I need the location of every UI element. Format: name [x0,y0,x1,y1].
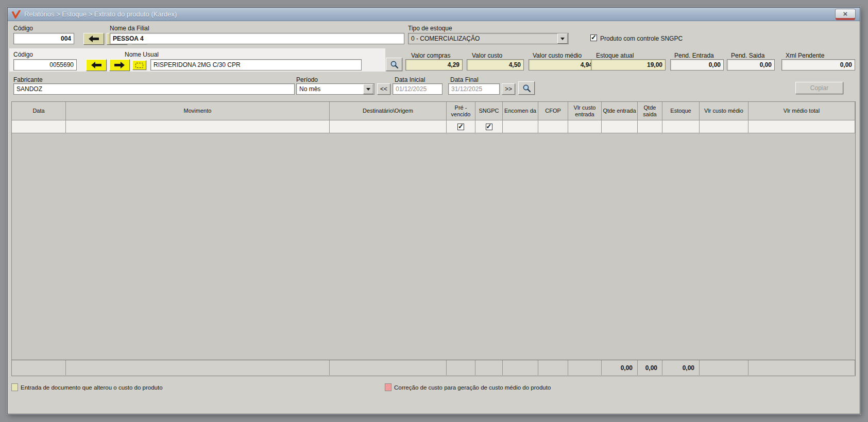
produto-next-button[interactable] [109,59,130,71]
legend-item-correcao: Correção de custo para geração de custo … [385,383,551,391]
pend-entrada-field[interactable] [670,59,724,71]
search-icon [522,84,531,93]
total-cell-movimento [66,360,330,375]
filter-cell-vlr-medio-total [748,120,855,133]
valor-compras-label: Valor compras [411,52,450,59]
valor-compras-field[interactable] [405,59,463,71]
periodo-select[interactable]: No mês [296,83,375,95]
kardex-window: Relatórios > Estoque > Extrato do produt… [7,7,860,414]
data-final-input[interactable] [448,83,500,95]
column-header-qtde-saida[interactable]: Qtde saida [638,102,662,120]
filter-cell-qtde-entrada [602,120,638,133]
produto-search-button[interactable] [386,58,402,71]
column-header-destinatario-origem[interactable]: Destinatário\Origem [330,102,447,120]
filial-codigo-input[interactable] [13,33,74,44]
legend-cream-swatch [11,383,18,391]
column-header-qtde-entrada[interactable]: Qtde entrada [602,102,638,120]
sngpc-filter-checkbox[interactable] [486,124,492,130]
column-header-data[interactable]: Data [12,102,66,120]
table-filter-row [12,120,855,133]
column-header-vlr-custo-entrada[interactable]: Vlr custo entrada [568,102,602,120]
sngpc-checkbox-label: Produto com controle SNGPC [600,35,683,42]
copiar-button[interactable]: Copiar [795,82,843,94]
tipo-estoque-select[interactable]: 0 - COMERCIALIZAÇÃO [408,33,569,44]
client-area: Código ... Nome da Filial Tipo de estoqu… [8,22,859,413]
total-cell-vlr-custo-medio [700,360,748,375]
total-cell-destinatario [330,360,447,375]
produto-nome-input[interactable] [150,59,362,71]
total-cell-cfop [538,360,568,375]
sngpc-checkbox[interactable] [590,34,597,41]
produto-previous-button[interactable] [86,59,107,71]
estoque-atual-label: Estoque atual [596,52,634,59]
pend-saida-field[interactable] [727,59,775,71]
titlebar[interactable]: Relatórios > Estoque > Extrato do produt… [8,8,860,21]
tipo-estoque-dropdown-button[interactable] [557,33,568,44]
fabricante-input[interactable] [13,83,295,95]
close-button[interactable] [835,9,856,19]
filial-nome-input[interactable] [110,33,404,44]
total-cell-vlr-custo-entrada [568,360,602,375]
column-header-sngpc[interactable]: SNGPC [475,102,503,120]
pre-vencido-filter-checkbox[interactable] [457,124,464,130]
arrow-right-icon [113,61,126,69]
filter-cell-pre-vencido [447,120,475,133]
column-header-vlr-medio-total[interactable]: Vlr médio total [748,102,855,120]
column-header-cfop[interactable]: CFOP [538,102,568,120]
pend-saida-label: Pend. Saida [731,52,764,59]
data-inicial-input[interactable] [393,83,442,95]
window-title: Relatórios > Estoque > Extrato do produt… [24,10,177,18]
total-qtde-entrada: 0,00 [602,360,638,375]
legend-pink-swatch [385,383,392,391]
produto-clear-button[interactable] [132,60,146,70]
table-body-empty [12,133,855,360]
column-header-vlr-custo-medio[interactable]: Vlr custo médio [700,102,748,120]
xml-pendente-field[interactable] [781,59,855,71]
total-estoque: 0,00 [662,360,700,375]
total-qtde-saida: 0,00 [638,360,662,375]
periodo-next-button[interactable]: >> [502,83,515,95]
column-header-estoque[interactable]: Estoque [662,102,700,120]
column-header-encomenda[interactable]: Encomen da [503,102,538,120]
filter-cell-cfop [538,120,568,133]
arrow-left-icon [88,35,100,43]
close-icon [843,10,848,17]
total-cell-pre-vencido [447,360,475,375]
table-header-row: Data Movimento Destinatário\Origem Pré -… [12,102,855,120]
total-cell-vlr-medio-total [748,360,855,375]
filter-cell-sngpc [475,120,503,133]
estoque-atual-field[interactable] [591,59,666,71]
valor-custo-field[interactable] [467,59,524,71]
filial-codigo-label: Código [13,25,33,32]
tipo-estoque-label: Tipo de estoque [408,25,452,32]
kardex-table: Data Movimento Destinatário\Origem Pré -… [11,101,856,376]
consultar-button[interactable] [518,81,535,95]
search-icon [390,60,399,69]
filter-cell-movimento [66,120,330,133]
chevron-down-icon [560,38,565,40]
legend-correcao-text: Correção de custo para geração de custo … [394,384,551,391]
app-logo-icon [12,10,21,19]
dashed-box-icon [135,63,143,68]
table-totals-row: 0,00 0,00 0,00 [12,360,855,376]
tipo-estoque-value: 0 - COMERCIALIZAÇÃO [411,35,557,42]
legend-item-entrada: Entrada de documento que alterou o custo… [11,383,163,391]
valor-custo-label: Valor custo [472,52,502,59]
filter-cell-data [12,120,66,133]
total-cell-data [12,360,66,375]
periodo-dropdown-button[interactable] [363,84,373,94]
filial-previous-button[interactable] [83,33,104,45]
filial-nome-label: Nome da Filial [110,25,149,32]
total-cell-sngpc [475,360,503,375]
periodo-label: Período [296,76,318,83]
column-header-movimento[interactable]: Movimento [66,102,330,120]
periodo-value: No mês [299,85,363,93]
periodo-previous-button[interactable]: << [377,83,390,95]
filter-cell-vlr-custo-medio [700,120,748,133]
produto-codigo-input[interactable] [13,59,77,71]
legend-entrada-text: Entrada de documento que alterou o custo… [21,384,163,391]
column-header-pre-vencido[interactable]: Pré - vencido [447,102,475,120]
valor-custo-medio-field[interactable] [529,59,595,71]
valor-custo-medio-label: Valor custo médio [533,52,582,59]
filter-cell-encomenda [503,120,538,133]
